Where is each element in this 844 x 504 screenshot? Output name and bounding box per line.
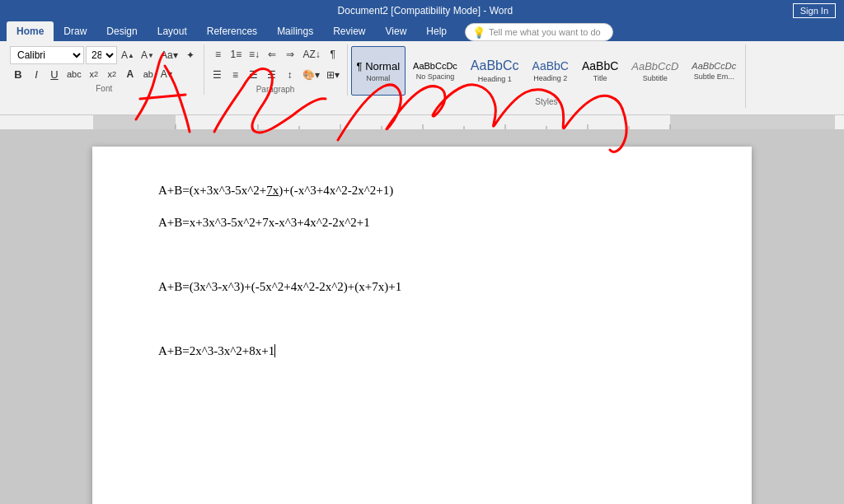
clear-format-btn[interactable]: ✦ [182,47,199,63]
change-case-btn[interactable]: Aa▾ [158,47,181,63]
underline-button[interactable]: U [46,66,63,82]
increase-indent-btn[interactable]: ⇒ [282,46,298,63]
paragraph-group: ≡ 1≡ ≡↓ ⇐ ⇒ AZ↓ ¶ ☰ ≡ ☰ ☰ ↕ 🎨▾ ⊞▾ Paragr… [204,44,348,96]
strikethrough-button[interactable]: abc [64,66,84,82]
style-subtitle-label: Subtitle [643,74,668,82]
math-line-4: A+B=2x^3-3x^2+8x+1 [158,340,686,362]
borders-btn[interactable]: ⊞▾ [324,67,342,83]
page-content: A+B=(x+3x^3-5x^2+7x)+(-x^3+4x^2-2x^2+1) … [158,180,686,362]
svg-rect-2 [670,115,835,129]
style-subtle-em-label: Subtle Em... [694,72,734,81]
paragraph-group-content: ≡ 1≡ ≡↓ ⇐ ⇒ AZ↓ ¶ ☰ ≡ ☰ ☰ ↕ 🎨▾ ⊞▾ [209,46,342,83]
align-center-btn[interactable]: ≡ [227,67,244,83]
math-line-1: A+B=(x+3x^3-5x^2+7x)+(-x^3+4x^2-2x^2+1) [158,180,686,202]
highlight-btn[interactable]: ab [140,66,157,82]
cursor [274,344,275,357]
style-h2-preview: AaBbC [532,59,569,72]
ruler-inner [93,115,844,129]
font-group-content: Calibri 28 A▲ A▼ Aa▾ ✦ B I U abc x2 x [10,46,199,82]
styles-group: ¶ Normal Normal AaBbCcDc No Spacing AaBb… [348,44,747,108]
font-color2-btn[interactable]: A▾ [158,66,175,82]
tab-home[interactable]: Home [7,21,54,41]
multilevel-btn[interactable]: ≡↓ [246,46,262,63]
ruler [0,115,844,130]
underline-span: 7x [266,184,279,197]
style-no-space[interactable]: AaBbCcDc No Spacing [407,46,463,96]
show-formatting-btn[interactable]: ¶ [325,46,341,63]
styles-items: ¶ Normal Normal AaBbCcDc No Spacing AaBb… [351,46,743,96]
style-subtle-em[interactable]: AaBbCcDc Subtle Em... [686,46,742,96]
line-spacing-btn[interactable]: ↕ [282,67,298,83]
font-color-btn[interactable]: A [122,66,138,82]
style-normal-preview: ¶ Normal [357,60,401,72]
style-heading2[interactable]: AaBbC Heading 2 [527,46,574,96]
tab-help[interactable]: Help [416,21,457,41]
math-line-blank [158,244,686,266]
style-no-space-preview: AaBbCcDc [413,61,457,71]
style-heading1[interactable]: AaBbCc Heading 1 [465,46,525,96]
svg-rect-1 [93,115,176,129]
tab-references[interactable]: References [197,21,267,41]
styles-group-label: Styles [351,97,743,106]
decrease-font-btn[interactable]: A▼ [138,47,157,63]
style-subtle-em-preview: AaBbCcDc [692,61,736,71]
superscript-button[interactable]: x2 [104,66,120,82]
tab-layout[interactable]: Layout [148,21,197,41]
style-h1-preview: AaBbCc [471,58,519,73]
subscript-button[interactable]: x2 [86,66,102,82]
bold-button[interactable]: B [10,66,26,82]
lightbulb-icon: 💡 [472,26,485,39]
tell-me-box[interactable]: 💡 Tell me what you want to do [465,23,613,41]
ribbon: Calibri 28 A▲ A▼ Aa▾ ✦ B I U abc x2 x [0,41,844,115]
style-h2-label: Heading 2 [533,74,567,82]
math-line-3: A+B=(3x^3-x^3)+(-5x^2+4x^2-2x^2)+(x+7x)+… [158,276,686,298]
align-left-btn[interactable]: ☰ [209,67,226,83]
justify-btn[interactable]: ☰ [264,67,280,83]
tab-mailings[interactable]: Mailings [267,21,323,41]
bullets-btn[interactable]: ≡ [209,46,226,63]
style-subtitle-preview: AaBbCcD [631,60,678,72]
math-line-blank2 [158,308,686,330]
paragraph-group-label: Paragraph [209,85,342,94]
tab-design[interactable]: Design [96,21,147,41]
math-line-2: A+B=x+3x^3-5x^2+7x-x^3+4x^2-2x^2+1 [158,212,686,234]
tab-review[interactable]: Review [323,21,375,41]
italic-button[interactable]: I [28,66,45,82]
style-normal[interactable]: ¶ Normal Normal [351,46,406,96]
style-subtitle[interactable]: AaBbCcD Subtitle [626,46,684,96]
shading-btn[interactable]: 🎨▾ [300,67,322,83]
ribbon-tabs: Home Draw Design Layout References Maili… [0,21,844,41]
style-normal-label: Normal [366,74,390,82]
align-right-btn[interactable]: ☰ [246,67,262,83]
font-group-label: Font [10,84,199,93]
tab-draw[interactable]: Draw [54,21,96,41]
document-area: A+B=(x+3x^3-5x^2+7x)+(-x^3+4x^2-2x^2+1) … [0,130,844,504]
title-bar-text: Document2 [Compatibility Mode] - Word [58,5,793,16]
decrease-indent-btn[interactable]: ⇐ [264,46,280,63]
title-bar: Document2 [Compatibility Mode] - Word Si… [0,0,844,21]
tab-view[interactable]: View [376,21,417,41]
style-no-space-label: No Spacing [416,72,455,81]
style-h1-label: Heading 1 [478,75,512,83]
font-name-selector[interactable]: Calibri [10,46,84,64]
font-group: Calibri 28 A▲ A▼ Aa▾ ✦ B I U abc x2 x [5,44,204,95]
sign-in-button[interactable]: Sign In [793,3,836,18]
ruler-svg [93,115,835,129]
sort-btn[interactable]: AZ↓ [300,46,322,63]
style-title-preview: AaBbC [582,59,618,72]
increase-font-btn[interactable]: A▲ [119,47,137,63]
font-size-selector[interactable]: 28 [86,46,117,64]
style-title[interactable]: AaBbC Title [576,46,624,96]
tell-me-text: Tell me what you want to do [489,27,601,37]
style-title-label: Title [593,74,607,82]
numbering-btn[interactable]: 1≡ [227,46,244,63]
document-page[interactable]: A+B=(x+3x^3-5x^2+7x)+(-x^3+4x^2-2x^2+1) … [92,147,752,504]
